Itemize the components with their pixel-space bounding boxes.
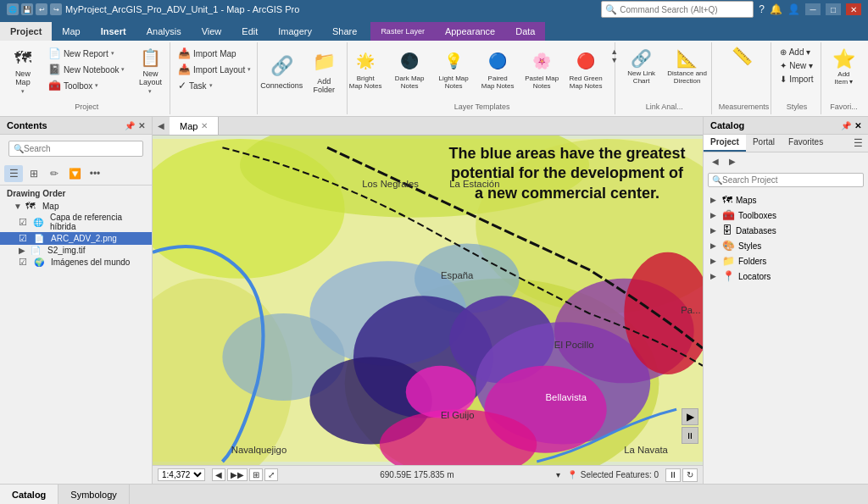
add-folder-button[interactable]: 📁 AddFolder — [303, 46, 344, 97]
catalog-forward-button[interactable]: ▶ — [725, 154, 740, 168]
tab-share[interactable]: Share — [322, 22, 367, 41]
sidebar-filter-button[interactable]: 🔽 — [65, 165, 84, 182]
new-map-button[interactable]: 🗺 NewMap ▾ — [3, 46, 43, 97]
new-notebook-button[interactable]: 📓 New Notebook ▾ — [45, 62, 129, 77]
databases-expand-icon[interactable]: ▶ — [710, 226, 719, 235]
sidebar-search-box[interactable]: 🔍 — [8, 141, 143, 157]
command-search-box[interactable]: 🔍 — [601, 1, 754, 18]
catalog-item-databases[interactable]: ▶ 🗄 Databases — [704, 223, 868, 238]
dark-map-notes-button[interactable]: 🌑 Dark MapNotes — [388, 46, 431, 92]
next-extent-button[interactable]: ▶▶ — [227, 468, 248, 481]
zoom-out-button[interactable]: ⏸ — [682, 427, 698, 444]
save-icon[interactable]: 💾 — [21, 3, 33, 15]
new-notebook-dropdown[interactable]: ▾ — [121, 66, 125, 73]
toolboxes-expand-icon[interactable]: ▶ — [710, 211, 719, 219]
catalog-back-button[interactable]: ◀ — [708, 154, 723, 168]
catalog-close-icon[interactable]: ✕ — [854, 121, 861, 130]
add-style-button[interactable]: ⊕ Add ▾ — [776, 46, 816, 58]
user-icon[interactable]: 👤 — [787, 3, 800, 15]
map-viewport[interactable]: Los Negrales La Estación España El Pocil… — [153, 136, 703, 465]
tab-imagery[interactable]: Imagery — [268, 22, 322, 41]
tab-data[interactable]: Data — [505, 22, 545, 41]
command-search-input[interactable] — [620, 5, 749, 14]
task-dropdown[interactable]: ▾ — [209, 82, 213, 89]
paired-map-notes-button[interactable]: 🔵 PairedMap Notes — [476, 46, 519, 92]
s2-img-expand-icon[interactable]: ▶ — [19, 246, 27, 255]
catalog-item-toolboxes[interactable]: ▶ 🧰 Toolboxes — [704, 208, 868, 223]
help-icon[interactable]: ? — [759, 3, 765, 15]
layer-item-map[interactable]: ▼ 🗺 Map — [0, 200, 152, 212]
map-tab-close-icon[interactable]: ✕ — [201, 121, 208, 130]
new-report-dropdown[interactable]: ▾ — [111, 50, 114, 57]
catalog-tab-project[interactable]: Project — [704, 135, 746, 152]
map-tab-scroll-left[interactable]: ◀ — [153, 117, 170, 135]
folders-expand-icon[interactable]: ▶ — [710, 257, 719, 265]
tab-map[interactable]: Map — [52, 22, 90, 41]
new-layout-button[interactable]: 📋 NewLayout ▾ — [130, 46, 170, 97]
import-style-button[interactable]: ⬇ Import — [776, 73, 816, 86]
tab-project[interactable]: Project — [0, 22, 52, 41]
new-layout-dropdown[interactable]: ▾ — [148, 88, 152, 95]
catalog-tab-favorites[interactable]: Favorites — [782, 135, 830, 152]
redo-icon[interactable]: ↪ — [50, 3, 62, 15]
catalog-item-maps[interactable]: ▶ 🗺 Maps — [704, 192, 868, 208]
sidebar-list-view-button[interactable]: ☰ — [4, 165, 23, 182]
tab-analysis[interactable]: Analysis — [136, 22, 192, 41]
notification-icon[interactable]: 🔔 — [770, 3, 782, 15]
tab-insert[interactable]: Insert — [91, 22, 136, 41]
catalog-pin-icon[interactable]: 📌 — [841, 121, 851, 130]
sidebar-draw-button[interactable]: ✏ — [45, 165, 64, 182]
tab-raster-layer[interactable]: Raster Layer — [370, 22, 435, 41]
minimize-button[interactable]: ─ — [805, 3, 821, 15]
styles-expand-icon[interactable]: ▶ — [710, 241, 719, 250]
zoom-in-button[interactable]: ▶ — [682, 408, 698, 425]
toolbox-button[interactable]: 🧰 Toolbox ▾ — [45, 78, 129, 93]
tab-appearance[interactable]: Appearance — [435, 22, 505, 41]
catalog-search-box[interactable]: 🔍 — [708, 173, 864, 187]
coords-dropdown-icon[interactable]: ▾ — [556, 470, 560, 479]
locators-expand-icon[interactable]: ▶ — [710, 272, 719, 280]
connections-button[interactable]: 🔗 Connections — [261, 46, 302, 97]
map-tab-map[interactable]: Map ✕ — [170, 117, 219, 135]
layer-item-arc-adv[interactable]: ☑ 📄 ARC_ADV_2.png — [0, 232, 152, 245]
pause-button[interactable]: ⏸ — [665, 468, 681, 482]
new-style-button[interactable]: ✦ New ▾ — [776, 59, 816, 72]
catalog-item-styles[interactable]: ▶ 🎨 Styles — [704, 238, 868, 253]
new-link-chart-button[interactable]: 🔗 New LinkChart — [620, 46, 664, 87]
toolbox-dropdown[interactable]: ▾ — [95, 82, 98, 89]
red-green-map-notes-button[interactable]: 🔴 Red GreenMap Notes — [565, 46, 607, 92]
pastel-map-notes-button[interactable]: 🌸 Pastel MapNotes — [520, 46, 563, 92]
add-item-button[interactable]: ⭐ AddItem ▾ — [826, 46, 860, 88]
catalog-item-locators[interactable]: ▶ 📍 Locators — [704, 269, 868, 284]
new-report-button[interactable]: 📄 New Report ▾ — [45, 46, 129, 61]
sidebar-close-icon[interactable]: ✕ — [138, 121, 145, 130]
bottom-tab-catalog[interactable]: Catalog — [0, 485, 58, 504]
bright-map-notes-button[interactable]: 🌟 BrightMap Notes — [344, 46, 387, 92]
prev-extent-button[interactable]: ◀ — [212, 468, 225, 481]
tab-edit[interactable]: Edit — [231, 22, 268, 41]
scale-selector[interactable]: 1:4,372 — [158, 468, 205, 481]
catalog-item-folders[interactable]: ▶ 📁 Folders — [704, 253, 868, 269]
layer-item-s2-img[interactable]: ▶ 📄 S2_img.tif — [0, 245, 152, 256]
import-layout-button[interactable]: 📥 Import Layout ▾ — [175, 62, 254, 77]
sidebar-search-input[interactable] — [24, 144, 138, 153]
map-expand-icon[interactable]: ▼ — [14, 202, 22, 211]
maps-expand-icon[interactable]: ▶ — [710, 196, 719, 204]
refresh-button[interactable]: ↻ — [682, 468, 698, 482]
layer-item-imagenes[interactable]: ☑ 🌍 Imágenes del mundo — [0, 256, 152, 269]
measurements-button[interactable]: 📏 — [732, 46, 753, 66]
sidebar-more-button[interactable]: ••• — [86, 165, 104, 182]
catalog-search-input[interactable] — [722, 175, 860, 185]
undo-icon[interactable]: ↩ — [36, 3, 47, 15]
distance-direction-button[interactable]: 📐 Distance andDirection — [665, 46, 709, 87]
full-extent-button[interactable]: ⤢ — [264, 468, 278, 481]
catalog-tab-menu-icon[interactable]: ☰ — [849, 135, 868, 152]
home-button[interactable]: ⊞ — [249, 468, 263, 481]
task-button[interactable]: ✓ Task ▾ — [175, 78, 254, 93]
maximize-button[interactable]: □ — [826, 3, 841, 15]
catalog-tab-portal[interactable]: Portal — [746, 135, 782, 152]
sidebar-table-view-button[interactable]: ⊞ — [25, 165, 43, 182]
tab-view[interactable]: View — [192, 22, 232, 41]
arc-adv-check[interactable]: ☑ — [19, 233, 31, 244]
new-map-dropdown[interactable]: ▾ — [21, 88, 25, 95]
